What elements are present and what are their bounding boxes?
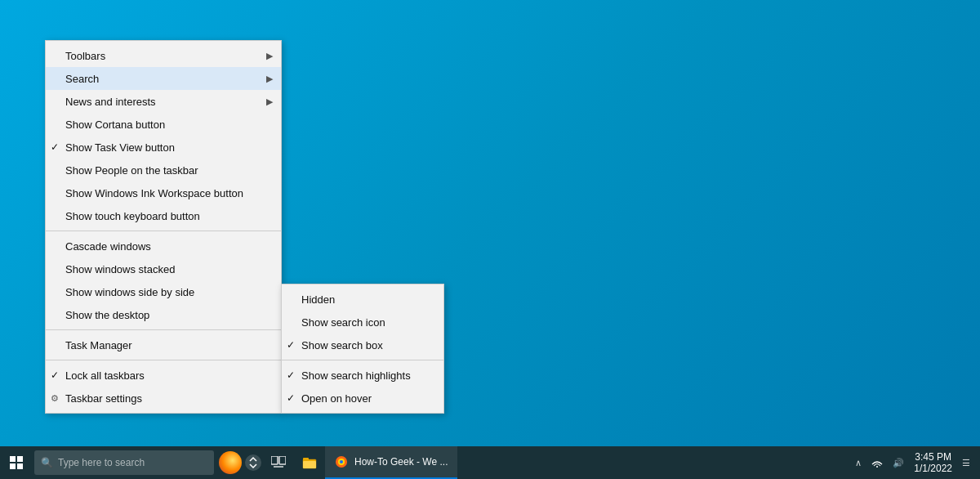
- svg-rect-5: [271, 456, 278, 464]
- submenu-label-show-box: Show search box: [301, 339, 383, 351]
- check-icon-open-hover: ✓: [287, 392, 295, 404]
- menu-item-sidebyside[interactable]: Show windows side by side: [46, 280, 281, 303]
- svg-rect-9: [303, 458, 309, 461]
- menu-item-cortana[interactable]: Show Cortana button: [46, 113, 281, 136]
- tray-date: 1/1/2022: [914, 463, 952, 474]
- menu-label-settings: Taskbar settings: [65, 392, 142, 405]
- menu-item-search[interactable]: Search ▶: [46, 67, 281, 90]
- menu-item-keyboard[interactable]: Show touch keyboard button: [46, 204, 281, 227]
- menu-label-ink: Show Windows Ink Workspace button: [65, 187, 243, 199]
- menu-label-desktop: Show the desktop: [65, 309, 149, 321]
- taskbar-search[interactable]: 🔍 Type here to search: [34, 450, 214, 475]
- menu-label-cascade: Cascade windows: [65, 240, 151, 253]
- taskbar: 🔍 Type here to search: [0, 446, 980, 479]
- menu-item-ink[interactable]: Show Windows Ink Workspace button: [46, 181, 281, 204]
- submenu-separator-1: [282, 360, 443, 360]
- tray-clock[interactable]: 3:45 PM 1/1/2022: [911, 450, 956, 477]
- arrow-icon: ▶: [266, 51, 273, 61]
- menu-item-toolbars[interactable]: Toolbars ▶: [46, 44, 281, 67]
- menu-item-settings[interactable]: ⚙ Taskbar settings: [46, 387, 281, 410]
- search-placeholder: Type here to search: [58, 457, 145, 468]
- svg-rect-0: [10, 456, 16, 462]
- menu-label-taskview: Show Task View button: [65, 141, 175, 154]
- submenu-label-hidden: Hidden: [301, 293, 335, 306]
- submenu-item-open-hover[interactable]: ✓ Open on hover: [282, 387, 443, 410]
- svg-rect-6: [279, 456, 286, 464]
- menu-label-stacked: Show windows stacked: [65, 263, 175, 275]
- search-submenu: Hidden Show search icon ✓ Show search bo…: [281, 284, 444, 414]
- arrow-icon: ▶: [266, 96, 273, 107]
- menu-item-cascade[interactable]: Cascade windows: [46, 235, 281, 257]
- svg-rect-2: [10, 463, 16, 469]
- submenu-label-open-hover: Open on hover: [301, 392, 372, 405]
- submenu-item-show-icon[interactable]: Show search icon: [282, 311, 443, 334]
- tray-icons[interactable]: ∧: [852, 456, 865, 470]
- system-tray: ∧ 🔊 3:45 PM 1/1/2022 ☰: [852, 450, 980, 477]
- submenu-label-highlights: Show search highlights: [301, 369, 411, 382]
- check-icon-highlights: ✓: [287, 369, 295, 381]
- svg-rect-1: [17, 456, 23, 462]
- menu-item-stacked[interactable]: Show windows stacked: [46, 257, 281, 280]
- submenu-item-highlights[interactable]: ✓ Show search highlights: [282, 364, 443, 387]
- gear-icon: ⚙: [51, 393, 59, 404]
- taskbar-app-firefox[interactable]: How-To Geek - We ...: [325, 446, 457, 479]
- context-menu: Toolbars ▶ Search ▶ News and interests ▶…: [45, 40, 282, 414]
- arrow-icon: ▶: [266, 74, 273, 84]
- menu-label-taskmanager: Task Manager: [65, 339, 132, 351]
- submenu-label-show-icon: Show search icon: [301, 316, 385, 329]
- file-explorer-icon: [302, 456, 317, 469]
- desktop: Toolbars ▶ Search ▶ News and interests ▶…: [0, 0, 980, 446]
- menu-item-taskmanager[interactable]: Task Manager: [46, 334, 281, 356]
- svg-rect-10: [303, 461, 316, 468]
- app-label: How-To Geek - We ...: [354, 456, 448, 468]
- menu-item-taskview[interactable]: ✓ Show Task View button: [46, 136, 281, 159]
- news-extra-icon: [243, 453, 263, 472]
- task-view-button[interactable]: [263, 446, 294, 479]
- menu-label-news: News and interests: [65, 96, 156, 108]
- menu-label-keyboard: Show touch keyboard button: [65, 210, 200, 222]
- separator-3: [46, 360, 281, 360]
- menu-label-lock: Lock all taskbars: [65, 369, 145, 382]
- submenu-item-hidden[interactable]: Hidden: [282, 288, 443, 311]
- menu-item-people[interactable]: Show People on the taskbar: [46, 159, 281, 181]
- menu-label-people: Show People on the taskbar: [65, 164, 198, 177]
- svg-rect-3: [17, 463, 23, 469]
- submenu-item-show-box[interactable]: ✓ Show search box: [282, 334, 443, 356]
- svg-point-13: [340, 460, 343, 463]
- svg-point-14: [876, 466, 878, 468]
- tray-network[interactable]: [868, 454, 886, 471]
- firefox-icon: [335, 455, 348, 468]
- menu-item-news[interactable]: News and interests ▶: [46, 90, 281, 113]
- tray-time: 3:45 PM: [914, 451, 952, 463]
- separator-2: [46, 329, 281, 330]
- menu-label-search: Search: [65, 73, 99, 85]
- taskbar-news-widget[interactable]: [219, 451, 263, 474]
- check-icon-show-box: ✓: [287, 339, 295, 351]
- tray-volume[interactable]: 🔊: [889, 456, 907, 470]
- menu-item-lock[interactable]: ✓ Lock all taskbars: [46, 364, 281, 387]
- menu-item-desktop[interactable]: Show the desktop: [46, 303, 281, 326]
- check-icon-taskview: ✓: [51, 141, 59, 153]
- start-button[interactable]: [0, 446, 33, 479]
- menu-label-sidebyside: Show windows side by side: [65, 286, 194, 298]
- search-icon-taskbar: 🔍: [41, 457, 53, 468]
- separator-1: [46, 231, 281, 231]
- menu-label-toolbars: Toolbars: [65, 50, 105, 62]
- news-weather-icon: [219, 451, 242, 474]
- menu-label-cortana: Show Cortana button: [65, 119, 165, 131]
- file-explorer-button[interactable]: [294, 446, 325, 479]
- action-center[interactable]: ☰: [959, 456, 973, 470]
- check-icon-lock: ✓: [51, 369, 59, 381]
